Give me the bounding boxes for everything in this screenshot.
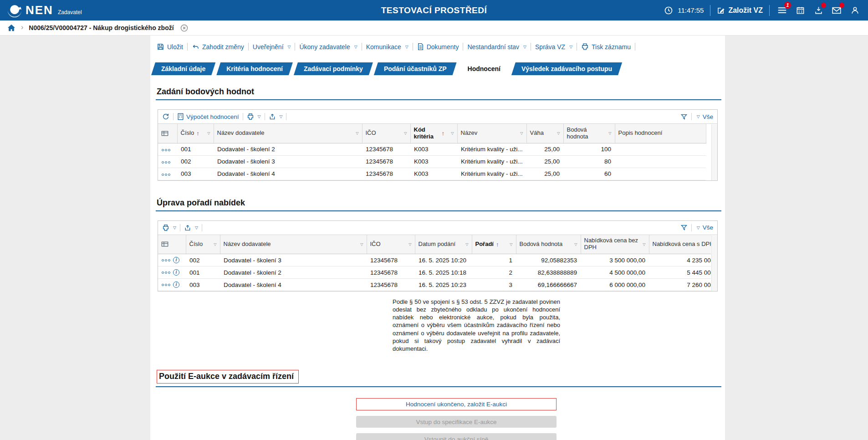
vz-management-menu[interactable]: Správa VZ ▽ (535, 43, 572, 51)
toolbar-separator (248, 43, 249, 51)
table-settings-icon[interactable] (161, 241, 183, 247)
table-scrollbar[interactable] (711, 124, 717, 180)
nonstandard-state-menu[interactable]: Nestandardní stav ▽ (467, 43, 526, 51)
table-scrollbar[interactable] (711, 235, 717, 292)
col-header-cislo[interactable]: Číslo▽ (186, 235, 220, 254)
print-record-button[interactable]: Tisk záznamu (581, 43, 631, 51)
row-actions-icon[interactable] (162, 259, 170, 261)
show-all-link[interactable]: Vše (703, 224, 713, 231)
calendar-icon[interactable] (794, 5, 806, 16)
create-vz-button[interactable]: Založit VZ (717, 6, 763, 15)
eauction-spec-button: Vstup do specifikace E-aukce (356, 416, 557, 428)
column-filter-icon[interactable]: ▽ (572, 242, 577, 246)
table-row[interactable]: 003 Dodavatel - školení 4 12345678 K003 … (158, 168, 706, 180)
col-header-poradi[interactable]: Pořadí↑▽ (472, 235, 516, 254)
col-header-cislo[interactable]: Číslo↑▽ (177, 124, 214, 143)
table-row[interactable]: i 001 Dodavatel - školení 2 12345678 16.… (158, 266, 711, 279)
filter-icon[interactable] (680, 224, 688, 231)
section-title-eauction: Použití E-aukce v zadávacím řízení (156, 370, 721, 387)
column-filter-icon[interactable]: ▽ (402, 131, 407, 135)
export-table-button[interactable]: ▽ (184, 224, 198, 231)
row-actions-icon[interactable] (162, 161, 170, 164)
col-header-vaha[interactable]: Váha▽ (526, 124, 563, 143)
download-badge (821, 3, 826, 8)
tab-hodnoceni[interactable]: Hodnocení (458, 62, 511, 75)
print-table-button[interactable]: ▽ (247, 113, 261, 120)
tab-kriteria-hodnoceni[interactable]: Kritéria hodnocení (216, 62, 293, 75)
dropdown-icon: ▽ (258, 114, 261, 119)
nen-logo[interactable]: NEN Zadavatel (7, 3, 82, 18)
finish-evaluation-button[interactable]: Hodnocení ukončeno, založit E-aukci (356, 398, 557, 410)
col-header-ico[interactable]: IČO▽ (362, 124, 410, 143)
printer-icon (162, 224, 169, 231)
printer-icon (247, 113, 254, 120)
column-filter-icon[interactable]: ▽ (464, 242, 468, 246)
contracting-actions-menu[interactable]: Úkony zadavatele ▽ (299, 43, 357, 51)
menu-icon[interactable]: 1 (776, 5, 788, 16)
home-icon[interactable] (7, 24, 15, 31)
tab-zadavaci-podminky[interactable]: Zadávací podmínky (294, 62, 373, 75)
table-row[interactable]: 001 Dodavatel - školení 2 12345678 K003 … (158, 143, 706, 155)
mail-icon[interactable] (831, 5, 842, 16)
table-row[interactable]: 002 Dodavatel - školení 3 12345678 K003 … (158, 155, 706, 168)
discard-changes-button[interactable]: Zahodit změny (192, 43, 244, 51)
toolbar-separator (413, 43, 413, 51)
breadcrumb-current[interactable]: N006/25/V00004727 - Nákup drogistického … (29, 24, 174, 31)
col-header-popis[interactable]: Popis hodnocení (615, 124, 706, 143)
row-actions-icon[interactable] (162, 284, 170, 286)
col-header-kod-kriteria[interactable]: Kód kritéria↑▽ (410, 124, 457, 143)
menu-badge: 1 (784, 2, 791, 9)
row-actions-icon[interactable] (162, 174, 170, 176)
save-button[interactable]: Uložit (157, 43, 183, 51)
col-header-nazev[interactable]: Název▽ (457, 124, 526, 143)
col-header-cena-bez-dph[interactable]: Nabídková cena bez DPH▽ (581, 235, 649, 254)
column-filter-icon[interactable]: ▽ (354, 131, 358, 135)
documents-button[interactable]: Dokumenty (417, 43, 459, 51)
export-icon (269, 113, 276, 120)
user-icon[interactable] (849, 5, 861, 16)
col-header-ico[interactable]: IČO▽ (367, 235, 415, 254)
filter-icon[interactable] (680, 113, 688, 120)
row-actions-icon[interactable] (162, 149, 170, 151)
tab-vysledek[interactable]: Výsledek zadávacího postupu (511, 62, 622, 75)
tab-zakladni-udaje[interactable]: Základní údaje (151, 62, 215, 75)
column-filter-icon[interactable]: ▽ (407, 242, 411, 246)
info-icon[interactable]: i (173, 269, 179, 276)
table-row[interactable]: i 002 Dodavatel - školení 3 12345678 16.… (158, 254, 711, 266)
column-filter-icon[interactable]: ▽ (212, 242, 216, 246)
column-filter-icon[interactable]: ▽ (358, 242, 363, 246)
show-all-link[interactable]: Vše (703, 113, 713, 120)
close-record-icon[interactable] (180, 24, 188, 32)
info-icon[interactable]: i (173, 257, 179, 263)
col-header-dodavatel[interactable]: Název dodavatele▽ (214, 124, 362, 143)
column-filter-icon[interactable]: ▽ (449, 131, 454, 135)
col-header-datum[interactable]: Datum podání▽ (415, 235, 472, 254)
col-header-cena-s-dph[interactable]: Nabídková cena s DPH (649, 235, 711, 254)
column-filter-icon[interactable]: ▽ (607, 131, 611, 135)
column-filter-icon[interactable]: ▽ (518, 131, 523, 135)
col-header-bodova[interactable]: Bodová hodnota▽ (516, 235, 581, 254)
tab-podani-ucastniku[interactable]: Podání účastníků ZP (374, 62, 457, 75)
publish-menu[interactable]: Uveřejnění ▽ (253, 43, 291, 51)
column-filter-icon[interactable]: ▽ (555, 131, 560, 135)
toolbar-separator (531, 43, 531, 51)
column-filter-icon[interactable]: ▽ (641, 242, 645, 246)
row-actions-icon[interactable] (162, 271, 170, 274)
table-row[interactable]: i 003 Dodavatel - školení 4 12345678 16.… (158, 279, 711, 291)
print-table-button[interactable]: ▽ (162, 224, 176, 231)
tab-strip: Základní údaje Kritéria hodnocení Zadáva… (151, 62, 725, 75)
compute-score-button[interactable]: Výpočet hodnocení (177, 113, 239, 120)
refresh-icon[interactable] (162, 113, 169, 120)
header-separator (769, 5, 770, 16)
col-header-bodova[interactable]: Bodová hodnota▽ (563, 124, 615, 143)
communication-menu[interactable]: Komunikace ▽ (366, 43, 408, 51)
column-filter-icon[interactable]: ▽ (508, 242, 512, 246)
header-separator (710, 5, 710, 16)
download-icon[interactable] (812, 5, 824, 16)
column-filter-icon[interactable]: ▽ (205, 131, 210, 135)
table-settings-icon[interactable] (161, 130, 174, 137)
col-header-dodavatel[interactable]: Název dodavatele▽ (220, 235, 367, 254)
export-table-button[interactable]: ▽ (269, 113, 283, 120)
breadcrumb: › N006/25/V00004727 - Nákup drogistickéh… (0, 20, 868, 36)
info-icon[interactable]: i (173, 281, 179, 288)
